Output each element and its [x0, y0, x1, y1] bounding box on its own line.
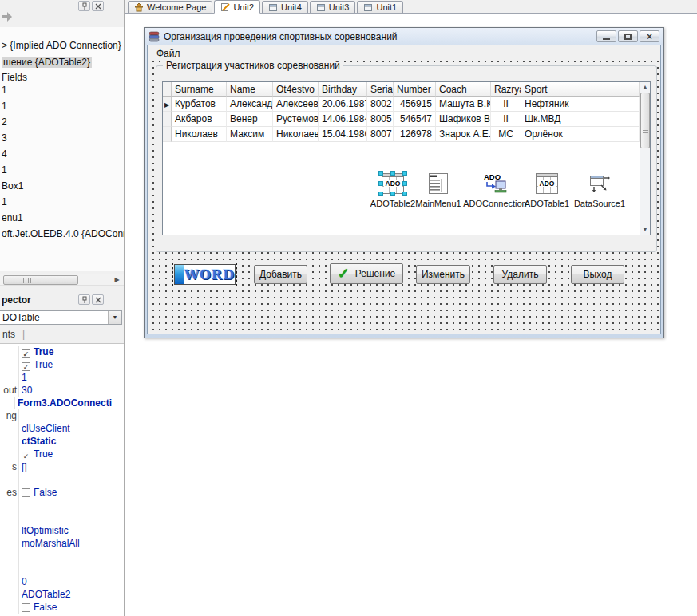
menu-item-file[interactable]: Файл [153, 48, 184, 59]
inspector-tabs[interactable]: nts | [0, 327, 124, 342]
tree-node[interactable]: 1 [0, 195, 124, 209]
grid-cell[interactable]: 15.04.1986 [319, 127, 367, 142]
column-header[interactable]: Razryad [491, 82, 521, 97]
column-header[interactable]: Birthday [319, 82, 367, 97]
column-header[interactable]: Ot4estvo [273, 82, 319, 97]
column-header[interactable]: Name [227, 82, 273, 97]
checkbox-checked-icon[interactable]: ✓ [22, 362, 30, 371]
tab-unit1[interactable]: Unit1 [357, 1, 403, 13]
scrollbar-thumb[interactable] [640, 93, 650, 148]
column-header[interactable]: Surname [172, 82, 227, 97]
grid-cell[interactable]: Акбаров [172, 112, 227, 127]
property-value[interactable]: ✓True [19, 358, 112, 371]
property-row[interactable]: ADOTable2 [0, 588, 112, 601]
tree-node[interactable]: > {Implied ADO Connection} [0, 39, 124, 53]
grid-cell[interactable]: II [491, 97, 521, 112]
grid-cell[interactable]: 20.06.1987 [319, 97, 367, 112]
inspector-close-button[interactable] [92, 294, 104, 305]
property-row[interactable]: esFalse [0, 486, 112, 499]
checkbox-unchecked-icon[interactable] [22, 488, 30, 497]
grid-cell[interactable]: 8007 [367, 127, 394, 142]
property-value[interactable] [19, 563, 112, 575]
property-value[interactable]: Form3.ADOConnecti [15, 397, 112, 409]
structure-horizontal-scrollbar[interactable]: ▶ [0, 274, 124, 286]
property-value[interactable]: ltOptimistic [19, 524, 112, 537]
grid-cell[interactable]: Шафиков В.К. [436, 112, 491, 127]
component-adoconnection[interactable]: ADO ADOConnection [461, 171, 529, 208]
property-row[interactable]: ✓True [0, 358, 112, 371]
property-value[interactable] [19, 511, 112, 524]
property-value[interactable]: clUseClient [19, 422, 112, 435]
tree-node[interactable]: 3 [0, 132, 124, 145]
tab-welcome-page[interactable]: Welcome Page [128, 1, 212, 13]
property-value[interactable]: 30 [19, 384, 112, 397]
tree-node[interactable]: 1 [0, 164, 124, 177]
tree-node[interactable]: 2 [0, 116, 124, 129]
property-row[interactable]: ng [0, 409, 112, 422]
tab-unit4[interactable]: Unit4 [262, 1, 308, 13]
tree-node-selected[interactable]: шение {ADOTable2} [0, 56, 124, 69]
column-header[interactable]: Sport [521, 82, 640, 97]
property-row[interactable]: ✓True [0, 346, 112, 358]
property-value[interactable]: moMarshalAll [19, 537, 112, 550]
property-row[interactable] [0, 473, 112, 486]
participants-grid[interactable]: Surname Name Ot4estvo Birthday Seria Num… [162, 81, 651, 235]
property-row[interactable]: 1 [0, 371, 112, 384]
edit-button[interactable]: Изменить [416, 265, 470, 284]
grid-cell[interactable]: Венер [227, 112, 273, 127]
selection-handle[interactable] [402, 181, 407, 186]
tree-node[interactable]: Fields [0, 71, 124, 85]
grid-cell[interactable]: МС [491, 127, 521, 142]
grid-data-row[interactable]: ▶ Курбатов Александр Алексеевич 20.06.19… [163, 97, 640, 112]
selection-handle[interactable] [390, 171, 395, 176]
selection-handle[interactable] [378, 181, 383, 186]
component-datasource1[interactable]: DataSource1 [572, 171, 627, 208]
grid-cell[interactable]: Рустемович [273, 112, 319, 127]
grid-cell[interactable]: 456915 [394, 97, 436, 112]
tree-node[interactable]: 1 [0, 84, 124, 97]
inspector-pin-button[interactable] [78, 294, 90, 305]
selection-handle[interactable] [378, 192, 383, 196]
property-value[interactable] [19, 409, 112, 422]
grid-vertical-scrollbar[interactable]: ▲ ▼ [640, 82, 650, 235]
grid-data-row[interactable]: Николаев Максим Николаевич 15.04.1986 80… [163, 127, 640, 142]
scrollbar-thumb[interactable] [3, 275, 78, 285]
property-row[interactable] [0, 550, 112, 563]
grid-cell[interactable]: Шк.МВД [521, 112, 640, 127]
grid-cell[interactable]: Знарок А.Е. [436, 127, 491, 142]
property-value[interactable]: [] [19, 460, 112, 473]
property-value[interactable]: ✓True [19, 448, 112, 460]
close-button[interactable]: × [640, 30, 659, 42]
scroll-right-icon[interactable]: ▶ [112, 274, 122, 285]
property-value[interactable]: False [19, 601, 112, 614]
selection-handle[interactable] [390, 192, 395, 196]
inspector-instance-selector[interactable]: DOTable ▼ [0, 310, 122, 325]
property-row[interactable] [0, 563, 112, 575]
column-header[interactable]: Coach [436, 82, 491, 97]
grid-cell[interactable]: 8002 [367, 97, 394, 112]
tree-node[interactable]: Box1 [0, 180, 124, 193]
exit-button[interactable]: Выход [571, 265, 624, 284]
grid-cell[interactable]: Машута В.К. [436, 97, 491, 112]
tree-node[interactable]: 1 [0, 100, 124, 113]
property-value[interactable] [19, 473, 112, 486]
property-row[interactable] [0, 511, 112, 524]
tree-node[interactable]: 4 [0, 148, 124, 161]
structure-close-button[interactable] [92, 1, 104, 11]
chevron-down-icon[interactable]: ▼ [108, 311, 121, 324]
delete-button[interactable]: Удалить [493, 265, 547, 284]
tab-unit2[interactable]: Unit2 [214, 0, 260, 14]
property-row[interactable]: 0 [0, 575, 112, 588]
minimize-button[interactable] [596, 30, 616, 42]
property-value[interactable]: 1 [19, 371, 112, 384]
grid-cell[interactable]: Максим [227, 127, 273, 142]
add-button[interactable]: Добавить [254, 265, 307, 284]
property-value[interactable]: 0 [19, 575, 112, 588]
property-value[interactable]: ADOTable2 [19, 588, 112, 601]
grid-cell[interactable]: 126978 [394, 127, 436, 142]
selection-handle[interactable] [402, 192, 407, 196]
grid-cell[interactable]: 14.06.1984 [319, 112, 367, 127]
grid-cell[interactable]: Николаев [172, 127, 227, 142]
property-row[interactable]: ltOptimistic [0, 524, 112, 537]
property-row[interactable]: False [0, 601, 112, 614]
